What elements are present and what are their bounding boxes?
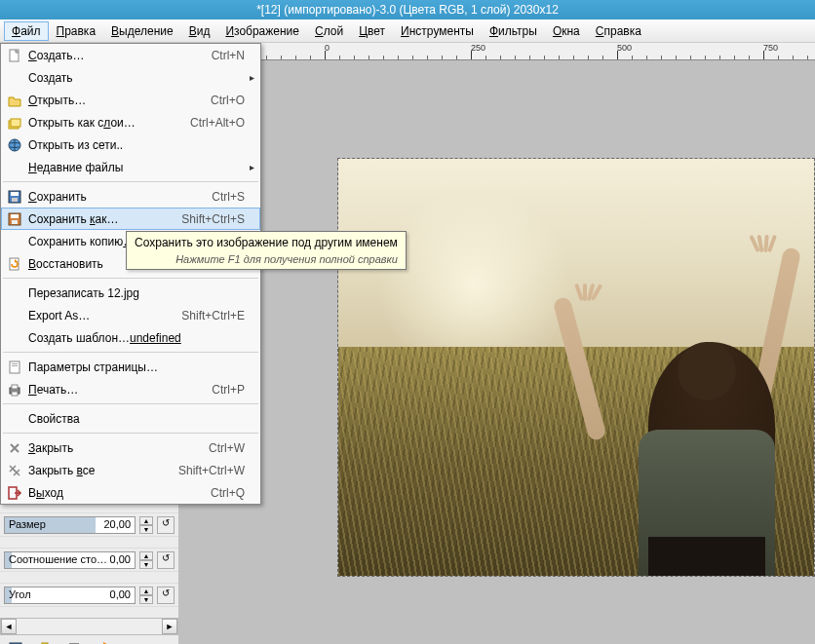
revert-icon xyxy=(5,256,24,272)
menu-item-параметры-страницы-[interactable]: Параметры страницы… xyxy=(1,356,260,378)
svg-rect-6 xyxy=(12,198,18,202)
menu-windows[interactable]: Окна xyxy=(545,21,588,41)
blank-icon xyxy=(5,234,24,249)
menu-item-label: Создать… xyxy=(24,49,212,62)
ratio-reset-button[interactable]: ↺ xyxy=(157,551,175,569)
menu-item-label: Печать… xyxy=(24,383,212,397)
menu-image[interactable]: Изображение xyxy=(217,21,307,41)
angle-down-button[interactable]: ▼ xyxy=(139,595,153,604)
angle-reset-button[interactable]: ↺ xyxy=(157,587,175,604)
menu-item-label: Недавние файлы xyxy=(24,161,245,174)
ratio-slider-row[interactable]: Соотношение сто…0,00 ▲ ▼ ↺ xyxy=(0,548,178,571)
tooltip-text: Сохранить это изображение под другим име… xyxy=(135,236,398,249)
file-menu-dropdown: Создать…Ctrl+NСоздать▸Открыть…Ctrl+OОткр… xyxy=(0,43,261,505)
panel-scrollbar[interactable]: ◄ ► xyxy=(0,618,178,635)
menu-item-печать-[interactable]: Печать…Ctrl+P xyxy=(1,378,260,400)
svg-rect-13 xyxy=(12,365,18,366)
blank-icon xyxy=(5,330,24,346)
close-icon xyxy=(5,440,24,456)
size-up-button[interactable]: ▲ xyxy=(139,516,153,525)
menu-item-создать[interactable]: Создать▸ xyxy=(1,66,260,89)
menu-item-shortcut: Shift+Ctrl+W xyxy=(178,464,245,477)
menu-item-shortcut: Shift+Ctrl+S xyxy=(181,212,245,226)
menu-item-выход[interactable]: ВыходCtrl+Q xyxy=(1,481,260,504)
menu-item-label: Параметры страницы… xyxy=(24,360,245,374)
menu-item-открыть-[interactable]: Открыть…Ctrl+O xyxy=(1,89,260,111)
svg-rect-11 xyxy=(10,361,19,373)
submenu-arrow-icon: ▸ xyxy=(245,162,254,172)
angle-up-button[interactable]: ▲ xyxy=(139,587,153,595)
layers-open-icon xyxy=(5,115,24,131)
menu-item-закрыть[interactable]: ЗакрытьCtrl+W xyxy=(1,436,260,459)
menu-edit[interactable]: Правка xyxy=(49,21,104,41)
ruler-tick-label: 750 xyxy=(763,43,778,53)
menu-tools[interactable]: Инструменты xyxy=(393,21,482,41)
menu-item-перезаписать-12-jpg[interactable]: Перезаписать 12.jpg xyxy=(1,282,260,304)
ratio-up-button[interactable]: ▲ xyxy=(139,551,153,560)
menu-item-shortcut: Ctrl+P xyxy=(212,383,245,397)
close-all-icon xyxy=(5,463,24,478)
menu-item-label: Закрыть xyxy=(24,441,209,455)
menu-item-сохранить[interactable]: СохранитьCtrl+S xyxy=(1,185,260,208)
tooltip: Сохранить это изображение под другим име… xyxy=(126,231,407,270)
svg-rect-8 xyxy=(11,214,19,218)
menu-file[interactable]: Файл xyxy=(4,21,49,41)
menu-item-label: Свойства xyxy=(24,412,245,426)
menu-item-shortcut: Ctrl+W xyxy=(209,441,245,455)
angle-slider-row[interactable]: Угол0,00 ▲ ▼ ↺ xyxy=(0,583,178,606)
canvas-area[interactable] xyxy=(178,60,815,644)
scroll-right-button[interactable]: ► xyxy=(162,619,177,634)
doc-new-icon xyxy=(5,48,24,63)
svg-rect-12 xyxy=(12,363,18,364)
image-canvas[interactable] xyxy=(337,158,815,577)
menu-item-label: Открыть из сети.. xyxy=(24,138,245,152)
menu-filters[interactable]: Фильтры xyxy=(482,21,545,41)
exit-icon xyxy=(5,485,24,501)
menu-item-shortcut: Ctrl+S xyxy=(212,190,245,204)
menu-item-label: Закрыть все xyxy=(24,464,178,477)
menu-item-свойства[interactable]: Свойства xyxy=(1,407,260,430)
menu-item-открыть-из-сети--[interactable]: Открыть из сети.. xyxy=(1,133,260,156)
svg-rect-16 xyxy=(12,392,18,396)
size-down-button[interactable]: ▼ xyxy=(139,525,153,534)
menu-item-сохранить-как-[interactable]: Сохранить как…Shift+Ctrl+S xyxy=(1,208,260,230)
svg-rect-2 xyxy=(11,119,20,127)
blank-icon xyxy=(5,285,24,301)
size-reset-button[interactable]: ↺ xyxy=(157,516,175,534)
ratio-down-button[interactable]: ▼ xyxy=(139,560,153,569)
menu-item-export-as-[interactable]: Export As…Shift+Ctrl+E xyxy=(1,304,260,326)
menu-help[interactable]: Справка xyxy=(588,21,649,41)
menu-layer[interactable]: Слой xyxy=(307,21,351,41)
menu-item-label: Выход xyxy=(24,486,211,500)
menu-item-label: Создать шаблон…undefined xyxy=(24,331,245,345)
menu-item-shortcut: Ctrl+Q xyxy=(211,486,245,500)
window-titlebar: *[12] (импортировано)-3.0 (Цвета RGB, 1 … xyxy=(0,0,815,19)
menu-item-shortcut: Ctrl+Alt+O xyxy=(190,116,245,130)
tooltip-help-hint: Нажмите F1 для получения полной справки xyxy=(135,253,398,265)
menu-item-label: Перезаписать 12.jpg xyxy=(24,286,245,300)
menu-item-label: Создать xyxy=(24,71,245,85)
menu-item-создать-шаблон-[interactable]: Создать шаблон…undefined xyxy=(1,326,260,349)
menu-item-shortcut: Ctrl+O xyxy=(211,94,245,107)
print-icon xyxy=(5,382,24,398)
menu-item-закрыть-все[interactable]: Закрыть всеShift+Ctrl+W xyxy=(1,459,260,481)
scroll-left-button[interactable]: ◄ xyxy=(1,619,17,634)
blank-icon xyxy=(5,160,24,175)
blank-icon xyxy=(5,411,24,427)
globe-icon xyxy=(5,137,24,153)
menu-item-создать-[interactable]: Создать…Ctrl+N xyxy=(1,44,260,66)
menu-color[interactable]: Цвет xyxy=(351,21,393,41)
blank-icon xyxy=(5,308,24,323)
disk-icon xyxy=(5,189,24,205)
folder-open-icon xyxy=(5,93,24,108)
menu-view[interactable]: Вид xyxy=(181,21,218,41)
menu-item-label: Сохранить xyxy=(24,190,212,204)
size-slider-row[interactable]: Размер20,00 ▲ ▼ ↺ xyxy=(0,512,178,536)
menu-select[interactable]: Выделение xyxy=(103,21,181,41)
menu-item-shortcut: Ctrl+N xyxy=(212,49,245,62)
svg-rect-5 xyxy=(11,192,19,196)
menu-item-shortcut: Shift+Ctrl+E xyxy=(181,309,245,322)
menu-item-открыть-как-слои-[interactable]: Открыть как слои…Ctrl+Alt+O xyxy=(1,111,260,133)
submenu-arrow-icon: ▸ xyxy=(245,72,254,83)
menu-item-недавние-файлы[interactable]: Недавние файлы▸ xyxy=(1,156,260,178)
